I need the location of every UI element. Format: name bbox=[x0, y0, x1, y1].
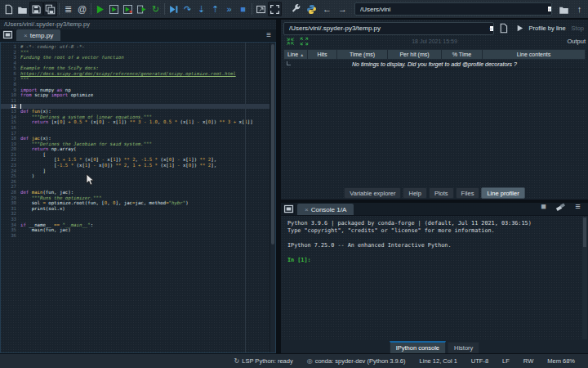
profiler-file-input[interactable] bbox=[284, 25, 490, 32]
code-line-14[interactable]: 14 """Defines a system of linear equatio… bbox=[1, 114, 275, 120]
code-editor[interactable]: 1# -*- coding: utf-8 -*-2"""3Finding the… bbox=[0, 42, 276, 353]
console-options-icon[interactable]: ≡ bbox=[571, 199, 585, 213]
run-selection-icon[interactable] bbox=[135, 2, 149, 16]
interrupt-kernel-icon[interactable]: ■ bbox=[537, 199, 550, 213]
code-line-2[interactable]: 2""" bbox=[1, 50, 275, 56]
python-logo-icon[interactable] bbox=[305, 2, 318, 16]
chevron-down-icon[interactable]: ▾ bbox=[490, 26, 493, 31]
step-into-icon[interactable]: ⇣ bbox=[194, 2, 208, 16]
code-line-34[interactable]: 34if __name__ == "__main__": bbox=[1, 222, 275, 228]
tree-expander-icon[interactable] bbox=[287, 61, 291, 65]
run-cell-advance-icon[interactable] bbox=[121, 2, 135, 16]
tab-variable-explorer[interactable]: Variable explorer bbox=[344, 187, 401, 199]
code-line-17[interactable]: 17 bbox=[1, 131, 275, 137]
code-line-8[interactable]: 8 bbox=[1, 82, 275, 88]
browse-consoles-icon[interactable] bbox=[283, 204, 295, 214]
back-icon[interactable]: ← bbox=[320, 2, 334, 16]
new-window-icon[interactable] bbox=[254, 2, 268, 16]
close-tab-icon[interactable]: × bbox=[24, 32, 28, 39]
code-line-24[interactable]: 24 ] bbox=[1, 168, 275, 174]
tab-files[interactable]: Files bbox=[456, 187, 480, 199]
profiler-column--time[interactable]: % Time bbox=[442, 49, 483, 60]
console-scrollbar-thumb[interactable] bbox=[583, 218, 586, 247]
working-directory-combo[interactable]: ▾ bbox=[354, 2, 552, 16]
profiler-file-combo[interactable]: ▾ bbox=[283, 22, 494, 35]
code-line-7[interactable]: 7""" bbox=[1, 77, 275, 83]
working-directory-input[interactable] bbox=[355, 6, 548, 13]
new-file-icon[interactable] bbox=[2, 2, 16, 16]
code-line-33[interactable]: 33 bbox=[1, 217, 275, 222]
find-symbols-icon[interactable]: @ bbox=[75, 2, 89, 16]
code-line-36[interactable]: 36 bbox=[1, 233, 275, 239]
save-all-icon[interactable] bbox=[43, 2, 57, 16]
file-switcher-icon[interactable]: ≣ bbox=[61, 2, 75, 16]
run-file-icon[interactable] bbox=[93, 2, 107, 16]
select-file-icon[interactable] bbox=[497, 21, 510, 36]
code-line-19[interactable]: 19 """Defines the Jacobian for said syst… bbox=[1, 141, 275, 147]
code-line-12[interactable]: 12 bbox=[1, 104, 275, 110]
code-line-1[interactable]: 1# -*- coding: utf-8 -*- bbox=[1, 44, 275, 50]
code-line-27[interactable]: 27 bbox=[1, 184, 275, 190]
preferences-wrench-icon[interactable] bbox=[289, 2, 303, 16]
code-line-9[interactable]: 9import numpy as np bbox=[1, 88, 275, 93]
code-line-29[interactable]: 29 """Runs the optimizer.""" bbox=[1, 195, 275, 201]
tab-history[interactable]: History bbox=[448, 342, 479, 354]
code-line-25[interactable]: 25 ) bbox=[1, 173, 275, 179]
chevron-down-icon[interactable]: ▾ bbox=[548, 7, 551, 11]
editor-scrollbar-thumb[interactable] bbox=[271, 44, 274, 245]
code-line-30[interactable]: 30 sol = optimize.root(fun, [0, 0], jac=… bbox=[1, 200, 275, 206]
open-file-icon[interactable] bbox=[16, 2, 29, 16]
save-icon[interactable] bbox=[29, 2, 43, 16]
step-over-icon[interactable]: ↷ bbox=[180, 2, 194, 16]
editor-scrollbar[interactable] bbox=[270, 43, 275, 352]
code-line-10[interactable]: 10from scipy import optimize bbox=[1, 92, 275, 98]
code-line-18[interactable]: 18def jac(x): bbox=[1, 136, 275, 141]
stop-debug-icon[interactable]: ■ bbox=[236, 2, 250, 16]
profiler-column-hits[interactable]: Hits bbox=[308, 49, 337, 60]
tab-line-profiler[interactable]: Line profiler bbox=[481, 187, 524, 199]
profiler-column-per-hit-ms-[interactable]: Per hit (ms) bbox=[388, 49, 442, 60]
tab-ipython-console[interactable]: IPython console bbox=[390, 341, 446, 354]
browse-tabs-icon[interactable] bbox=[2, 29, 14, 40]
code-line-28[interactable]: 28def main(fun, jac): bbox=[1, 190, 275, 195]
code-line-21[interactable]: 21 [ bbox=[1, 152, 275, 158]
debug-file-icon[interactable] bbox=[167, 2, 180, 16]
continue-icon[interactable]: » bbox=[222, 2, 236, 16]
rerun-cell-icon[interactable]: ↻ bbox=[149, 2, 163, 16]
browse-directory-icon[interactable] bbox=[557, 2, 571, 16]
console-scrollbar[interactable] bbox=[582, 217, 587, 339]
tab-help[interactable]: Help bbox=[403, 187, 426, 199]
run-cell-icon[interactable] bbox=[107, 2, 121, 16]
code-line-31[interactable]: 31 print(sol.x) bbox=[1, 206, 275, 212]
parent-directory-icon[interactable]: ↑ bbox=[572, 2, 586, 16]
code-line-35[interactable]: 35 main(fun, jac) bbox=[1, 227, 275, 233]
code-line-23[interactable]: 23 [-1.5 * (x[1] - x[0]) ** 2, 1 + 1.5 *… bbox=[1, 163, 275, 168]
code-line-15[interactable]: 15 return [x[0] + 0.5 * (x[0] - x[1]) **… bbox=[1, 119, 275, 125]
code-line-22[interactable]: 22 [1 + 1.5 * (x[0] - x[1]) ** 2, -1.5 *… bbox=[1, 157, 275, 163]
maximize-pane-icon[interactable] bbox=[268, 2, 282, 16]
code-line-6[interactable]: 6https://docs.scipy.org/doc/scipy/refere… bbox=[1, 71, 275, 77]
step-return-icon[interactable]: ⇡ bbox=[208, 2, 222, 16]
code-line-11[interactable]: 11 bbox=[1, 98, 275, 104]
code-line-4[interactable]: 4 bbox=[1, 61, 275, 66]
code-line-20[interactable]: 20 return np.array( bbox=[1, 146, 275, 152]
profile-run-icon[interactable] bbox=[513, 21, 527, 36]
editor-tab-temp-py[interactable]: × temp.py bbox=[16, 29, 60, 41]
remove-variables-icon[interactable] bbox=[554, 199, 568, 213]
forward-icon[interactable]: → bbox=[336, 2, 350, 16]
code-line-32[interactable]: 32 bbox=[1, 211, 275, 217]
interpreter-status[interactable]: ◎conda: spyder-dev (Python 3.9.6) bbox=[307, 357, 406, 365]
profiler-column-line-contents[interactable]: Line contents bbox=[483, 49, 586, 60]
profile-by-line-button[interactable]: Profile by line bbox=[529, 25, 566, 32]
editor-options-icon[interactable]: ≡ bbox=[266, 30, 274, 41]
code-line-16[interactable]: 16 bbox=[1, 125, 275, 131]
profiler-column-line[interactable]: Line▲ bbox=[283, 49, 308, 60]
tab-plots[interactable]: Plots bbox=[429, 187, 454, 199]
profiler-stop-button[interactable]: Stop bbox=[572, 25, 584, 32]
console-tab[interactable]: × Console 1/A bbox=[297, 204, 354, 215]
ipython-console[interactable]: Python 3.9.6 | packaged by conda-forge |… bbox=[281, 216, 588, 340]
profiler-column-time-ms-[interactable]: Time (ms) bbox=[337, 49, 388, 60]
code-line-3[interactable]: 3Finding the root of a vector function bbox=[1, 55, 275, 61]
code-line-5[interactable]: 5Example from the SciPy docs: bbox=[1, 65, 275, 71]
close-console-icon[interactable]: × bbox=[305, 206, 309, 213]
